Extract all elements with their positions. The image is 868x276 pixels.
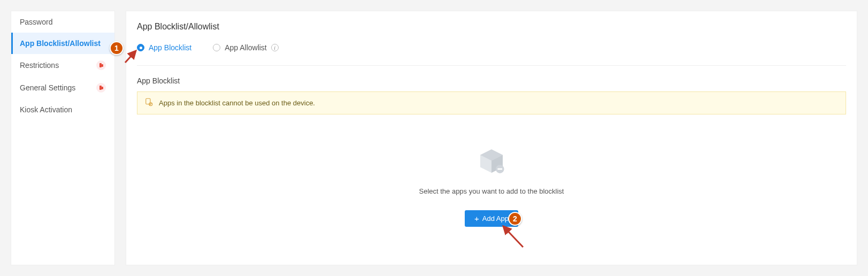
annotation-callout-1: 1 <box>110 41 124 55</box>
sidebar-item-label: General Settings <box>20 83 75 92</box>
sidebar-item-label: Kiosk Activation <box>20 105 72 114</box>
notice-icon <box>144 97 153 109</box>
svg-rect-0 <box>99 63 102 67</box>
svg-rect-1 <box>102 64 103 67</box>
radio-app-blocklist[interactable]: App Blocklist <box>137 43 191 52</box>
sidebar-item-label: App Blocklist/Allowlist <box>20 39 101 48</box>
svg-rect-2 <box>99 86 102 90</box>
empty-state: Select the apps you want to add to the b… <box>137 147 846 227</box>
svg-line-13 <box>503 226 523 247</box>
main-panel: App Blocklist/Allowlist App Blocklist Ap… <box>126 11 857 265</box>
section-title: App Blocklist <box>137 76 846 85</box>
sidebar-item-general-settings[interactable]: General Settings <box>11 76 114 99</box>
sidebar-item-password[interactable]: Password <box>11 11 114 33</box>
empty-text: Select the apps you want to add to the b… <box>137 187 846 195</box>
plus-icon: + <box>474 214 479 223</box>
sidebar-item-label: Restrictions <box>20 61 59 70</box>
annotation-callout-2: 2 <box>508 212 522 226</box>
svg-rect-3 <box>102 87 103 89</box>
sidebar-item-restrictions[interactable]: Restrictions <box>11 54 114 76</box>
mode-radio-group: App Blocklist App Allowlist i <box>137 43 846 66</box>
svg-line-12 <box>125 51 136 63</box>
annotation-arrow-2 <box>499 223 526 251</box>
page-title: App Blocklist/Allowlist <box>137 22 846 32</box>
notice-text: Apps in the blocklist cannot be used on … <box>159 99 315 107</box>
empty-box-icon <box>477 147 506 177</box>
radio-label: App Blocklist <box>149 43 191 52</box>
sidebar-item-app-blocklist-allowlist[interactable]: App Blocklist/Allowlist <box>11 33 114 54</box>
sidebar: Password App Blocklist/Allowlist Restric… <box>11 11 115 265</box>
annotation-arrow-1 <box>124 48 140 65</box>
sidebar-item-label: Password <box>20 18 52 26</box>
radio-label: App Allowlist <box>225 43 267 52</box>
sidebar-item-kiosk-activation[interactable]: Kiosk Activation <box>11 99 114 120</box>
radio-app-allowlist[interactable]: App Allowlist i <box>213 43 279 52</box>
radio-icon <box>213 44 220 51</box>
alert-badge-icon <box>96 60 106 70</box>
info-icon[interactable]: i <box>271 44 279 51</box>
svg-rect-11 <box>497 168 502 170</box>
button-label: Add App <box>482 214 509 223</box>
alert-badge-icon <box>96 83 106 93</box>
notice-banner: Apps in the blocklist cannot be used on … <box>137 91 846 114</box>
